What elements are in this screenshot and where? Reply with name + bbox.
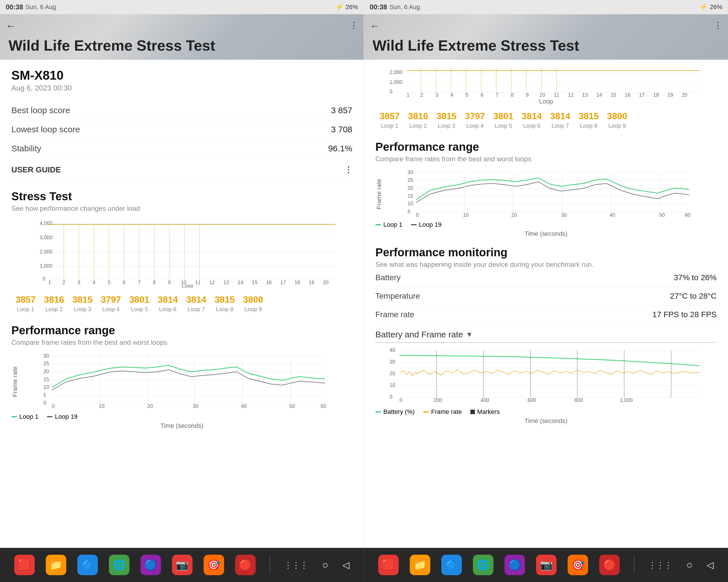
time-left: 00:38 [6, 3, 23, 11]
svg-text:11: 11 [195, 280, 201, 285]
svg-text:200: 200 [434, 397, 442, 403]
monitoring-x-label: Time (seconds) [375, 417, 717, 425]
svg-text:13: 13 [582, 92, 588, 97]
battery-right: 26% [710, 3, 722, 11]
date-right: Sun, 6 Aug [389, 3, 420, 11]
svg-text:40: 40 [390, 347, 395, 353]
stress-test-chart: 4,000 3,000 2,000 1,000 0 [11, 219, 352, 289]
nav-back-right[interactable]: ◁ [707, 559, 714, 570]
right-loop-chart-container: 2,000 1,000 0 [375, 68, 717, 105]
app-cam-r[interactable]: 📷 [536, 555, 556, 575]
nav-menu-right[interactable]: ⋮⋮⋮ [648, 560, 672, 570]
nav-back-left[interactable]: ◁ [342, 559, 349, 570]
y-axis-label-right: Frame rate [375, 170, 383, 218]
app-tasker-r[interactable]: 🟥 [378, 555, 399, 575]
svg-text:10: 10 [540, 92, 545, 97]
stress-chart-svg: 4,000 3,000 2,000 1,000 0 [11, 219, 352, 287]
loop-score-item: 3801 Loop 5 [489, 108, 518, 132]
svg-text:20: 20 [682, 92, 687, 97]
svg-text:19: 19 [309, 280, 314, 285]
svg-text:8: 8 [511, 92, 514, 97]
svg-text:5: 5 [466, 92, 468, 97]
svg-text:60: 60 [685, 212, 691, 218]
app-browser[interactable]: 🌐 [109, 555, 129, 575]
app-purple-r[interactable]: 🔵 [504, 555, 525, 575]
svg-text:15: 15 [252, 280, 258, 285]
dock-right: 🟥 📁 🔷 🌐 🔵 📷 🎯 🔴 ⋮⋮⋮ ○ ◁ [364, 548, 728, 582]
dropdown-label: Battery and Frame rate [375, 330, 463, 339]
app-red2-r[interactable]: 🔴 [599, 555, 620, 575]
svg-text:40: 40 [241, 403, 247, 409]
svg-text:9: 9 [168, 280, 171, 285]
svg-text:3: 3 [78, 280, 80, 285]
perf-range-chart-left: Frame rate 30 25 20 15 10 5 0 [11, 353, 352, 430]
user-guide-label: USER GUIDE [11, 165, 61, 174]
legend-left: Loop 1 Loop 19 [11, 413, 352, 421]
left-content-area: SM-X810 Aug 6, 2023 00:30 Best loop scor… [0, 60, 364, 548]
share-button-left[interactable]: ⋮ [349, 20, 358, 30]
dropdown-button[interactable]: Battery and Frame rate ▼ [375, 330, 473, 339]
app-orange[interactable]: 🎯 [204, 555, 224, 575]
svg-text:17: 17 [639, 92, 645, 97]
x-axis-label-right: Time (seconds) [375, 230, 717, 237]
svg-text:4,000: 4,000 [40, 221, 53, 226]
dropdown-container[interactable]: Battery and Frame rate ▼ [375, 330, 717, 343]
svg-text:10: 10 [44, 384, 49, 390]
frame-rate-label: Frame rate [375, 310, 414, 319]
svg-text:25: 25 [408, 177, 413, 183]
loop-score-item: 3814 Loop 7 [546, 108, 574, 132]
right-content-area: 2,000 1,000 0 [364, 60, 728, 548]
back-button-left[interactable]: ← [6, 20, 16, 32]
svg-text:20: 20 [44, 369, 49, 374]
svg-text:7: 7 [496, 92, 498, 97]
app-files-r[interactable]: 📁 [410, 555, 430, 575]
svg-text:2: 2 [62, 280, 66, 285]
legend-loop1-left: Loop 1 [19, 413, 38, 421]
loop-axis-label-right: Loop [375, 98, 717, 105]
svg-text:20: 20 [323, 280, 329, 285]
svg-text:30: 30 [390, 359, 395, 365]
svg-text:50: 50 [289, 403, 295, 409]
svg-text:5: 5 [408, 209, 410, 214]
perf-range-chart-right: Frame rate 30 25 20 15 10 5 [375, 170, 717, 237]
loop-score-item: 3800 Loop 9 [239, 292, 267, 315]
app-browser-r[interactable]: 🌐 [473, 555, 493, 575]
svg-text:30: 30 [193, 403, 199, 409]
loop-score-item: 3815 Loop 3 [68, 292, 97, 315]
stress-test-section: Stress Test See how performance changes … [11, 190, 352, 315]
share-button-right[interactable]: ⋮ [714, 20, 722, 30]
y-axis-label-left: Frame rate [11, 353, 19, 410]
stress-test-title: Stress Test [11, 190, 352, 203]
nav-menu-left[interactable]: ⋮⋮⋮ [284, 560, 308, 570]
app-settings-r[interactable]: 🔷 [441, 555, 462, 575]
wifi-icon: ⚡ [336, 3, 343, 11]
svg-text:6: 6 [480, 92, 484, 97]
battery-label: Battery [375, 273, 401, 282]
time-right: 00:38 [370, 3, 387, 11]
loop-scores-right: 3857 Loop 1 3816 Loop 2 3815 Loop 3 3797… [375, 108, 717, 132]
app-orange-r[interactable]: 🎯 [568, 555, 588, 575]
nav-home-right[interactable]: ○ [686, 559, 693, 571]
user-guide-row[interactable]: USER GUIDE ⋮ [11, 158, 352, 181]
app-tasker[interactable]: 🟥 [14, 555, 35, 575]
nav-home-left[interactable]: ○ [322, 559, 329, 571]
app-files[interactable]: 📁 [46, 555, 66, 575]
svg-text:0: 0 [390, 394, 392, 400]
app-purple[interactable]: 🔵 [140, 555, 161, 575]
app-settings[interactable]: 🔷 [77, 555, 98, 575]
perf-chart-right-svg: 30 25 20 15 10 5 [383, 170, 717, 218]
best-loop-value: 3 857 [331, 105, 352, 115]
svg-text:4: 4 [450, 92, 453, 97]
loop-score-item: 3857 Loop 1 [375, 108, 404, 132]
stress-test-subtitle: See how performance changes under load [11, 204, 352, 212]
loop-score-item: 3816 Loop 2 [40, 292, 68, 315]
loop-score-item: 3800 Loop 9 [603, 108, 631, 132]
app-red2[interactable]: 🔴 [235, 555, 256, 575]
app-cam[interactable]: 📷 [172, 555, 192, 575]
legend-loop19-left: Loop 19 [55, 413, 78, 421]
svg-text:1: 1 [407, 92, 410, 97]
back-button-right[interactable]: ← [370, 20, 380, 32]
svg-text:400: 400 [480, 397, 489, 403]
svg-text:800: 800 [574, 397, 583, 403]
monitoring-chart: 40 30 20 10 0 [375, 347, 717, 425]
